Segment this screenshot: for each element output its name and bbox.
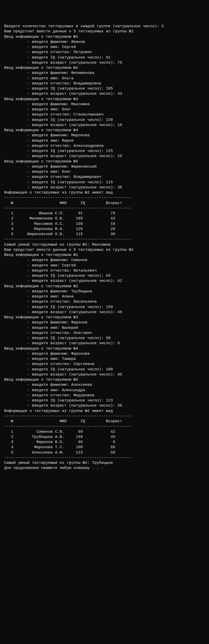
console-line: - введите отчество: Сергеевна (4, 362, 205, 367)
console-line: - введите имя: Александра (4, 388, 205, 393)
console-line: Ввод информации о тестируемом №2 (4, 284, 205, 289)
console-line: - введите возраст (натуральное число): 2… (4, 154, 205, 159)
console-line: 1 Симонов С.В. 69 42 (4, 429, 205, 435)
console-line: 2 Трубицына А.В. 159 49 (4, 435, 205, 440)
console-line: Ввод информации о тестируемом №4 (4, 128, 205, 133)
console-line: - введите фамилию: Трубицына (4, 289, 205, 294)
console-line: - введите фамилию: Алексеева (4, 382, 205, 388)
console-line: - введите фамилию: Фаронова (4, 351, 205, 357)
console-line: - введите имя: Ольга (4, 76, 205, 81)
console-line: - введите фамилию: Максимов (4, 102, 205, 107)
console-line: - введите имя: Тамара (4, 357, 205, 362)
console-line: - введите отчество: Владимирович (4, 175, 205, 180)
console-line: 3 Максимов О.С. 139 16 (4, 222, 205, 227)
console-line: 5 Жириновский О.В. 115 36 (4, 232, 205, 237)
console-line: ----------------------------------------… (4, 237, 205, 242)
console-line: Ввод информации о тестируемом №5 (4, 159, 205, 164)
console-line: - введите отчество: Александровна (4, 143, 205, 149)
console-line: 4 Фаронова Т.С. 100 66 (4, 445, 205, 450)
console-line: - введите фамилию: Миронова (4, 133, 205, 138)
console-line: Вам предстоит ввести данные о 5 тестируе… (4, 247, 205, 253)
console-line: Введите количество тестируемых в каждой … (4, 24, 205, 29)
console-line: ----------------------------------------… (4, 455, 205, 460)
console-line: 3 Фаронов В.О. 99 6 (4, 440, 205, 445)
console-line: № ФИО IQ Возраст (4, 419, 205, 424)
console-line: - введите IQ (натуральное число): 125 (4, 149, 205, 154)
console-line: 1 Иванов С.П. 91 79 (4, 211, 205, 216)
console-line: Ввод информации о тестируемом №4 (4, 346, 205, 351)
console-line: ----------------------------------------… (4, 206, 205, 211)
console-line: - введите IQ (натуральное число): 99 (4, 336, 205, 341)
console-line: Информация о тестируемых из группы №1 им… (4, 190, 205, 195)
console-line: - введите IQ (натуральное число): 115 (4, 180, 205, 185)
console-line: Для продолжения нажмите любую клавишу . … (4, 466, 205, 471)
console-line: Самый умный тестируемый из группы №1: Ма… (4, 242, 205, 247)
console-line: - введите отчество: Петрович (4, 50, 205, 55)
console-line: - введите возраст (натуральное число): 4… (4, 278, 205, 284)
console-line: ----------------------------------------… (4, 195, 205, 200)
console-line: Самый умный тестируемый из группы №2: Тр… (4, 460, 205, 466)
console-line: Ввод информации о тестируемом №3 (4, 315, 205, 320)
console-output: Введите количество тестируемых в каждой … (4, 24, 205, 471)
console-line: - введите IQ (натуральное число): 123 (4, 398, 205, 403)
console-line: ----------------------------------------… (4, 414, 205, 419)
console-line: - введите отчество: Васильевна (4, 299, 205, 304)
console-line: - введите фамилию: Симонов (4, 258, 205, 263)
console-line: - введите возраст (натуральное число): 6 (4, 341, 205, 346)
console-line: - введите фамилию: Жириновский (4, 164, 205, 169)
console-line: - введите имя: Алина (4, 294, 205, 299)
console-line: - введите имя: Олег (4, 107, 205, 112)
console-line: - введите IQ (натуральное число): 159 (4, 305, 205, 310)
console-line: - введите отчество: Олегович (4, 331, 205, 336)
console-line: - введите имя: Валерий (4, 325, 205, 331)
console-line: - введите имя: Сергей (4, 263, 205, 268)
console-line: - введите IQ (натуральное число): 105 (4, 86, 205, 91)
console-line: - введите возраст (натуральное число): 6… (4, 372, 205, 377)
console-line: 5 Алексеева А.Ф. 123 50 (4, 450, 205, 455)
console-line: - введите отчество: Станиславович (4, 112, 205, 117)
console-line: - введите имя: Мария (4, 138, 205, 143)
console-line: - введите фамилию: Филимонова (4, 71, 205, 76)
console-line: - введите отчество: Федоровна (4, 393, 205, 398)
console-line: 2 Филимонова О.В. 105 43 (4, 216, 205, 221)
console-line: Ввод информации о тестируемом №1 (4, 34, 205, 40)
console-line: Ввод информации о тестируемом №3 (4, 97, 205, 102)
console-line: ----------------------------------------… (4, 424, 205, 429)
console-line: Информация о тестируемых из группы №2 им… (4, 409, 205, 414)
console-line: - введите имя: Олег (4, 169, 205, 175)
console-line: - введите фамилию: Иванов (4, 40, 205, 45)
console-line: - введите возраст (натуральное число): 3… (4, 185, 205, 190)
console-line: 4 Миронова М.А. 125 29 (4, 227, 205, 232)
console-line: Ввод информации о тестируемом №1 (4, 253, 205, 258)
console-line: - введите IQ (натуральное число): 139 (4, 118, 205, 123)
console-line: Ввод информации о тестируемом №2 (4, 65, 205, 71)
console-line: - введите возраст (натуральное число): 4… (4, 310, 205, 315)
console-line: - введите отчество: Владимировна (4, 81, 205, 86)
console-line: - введите возраст (натуральное число): 7… (4, 60, 205, 65)
console-line: - введите IQ (натуральное число): 91 (4, 55, 205, 60)
console-line: - введите фамилию: Фаронов (4, 320, 205, 325)
console-line: - введите возраст (натуральное число): 4… (4, 91, 205, 97)
console-line: - введите IQ (натуральное число): 100 (4, 367, 205, 372)
console-line: - введите имя: Сергей (4, 45, 205, 50)
console-line: № ФИО IQ Возраст (4, 201, 205, 206)
console-line: Вам предстоит ввести данные о 5 тестируе… (4, 29, 205, 34)
console-line: - введите IQ (натуральное число): 69 (4, 273, 205, 278)
console-line: - введите возраст (натуральное число): 5… (4, 403, 205, 408)
console-line: - введите отчество: Витальевич (4, 268, 205, 273)
console-line: Ввод информации о тестируемом №5 (4, 377, 205, 382)
console-line: - введите возраст (натуральное число): 1… (4, 123, 205, 128)
